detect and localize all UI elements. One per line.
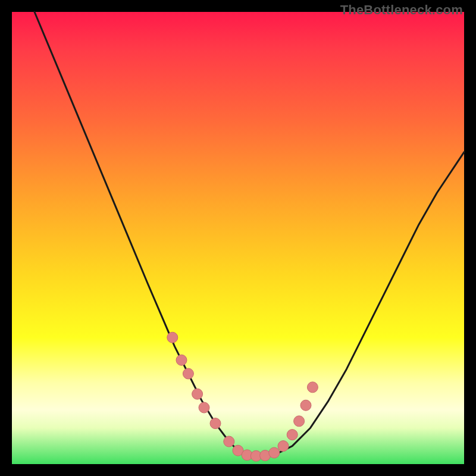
marker-point [300, 400, 311, 411]
marker-point [192, 389, 203, 399]
marker-point [183, 368, 193, 379]
marker-point [278, 441, 289, 452]
marker-point [287, 430, 298, 440]
marker-point [176, 355, 187, 365]
marker-point [269, 447, 280, 458]
chart-container: TheBottleneck.com [0, 0, 476, 476]
marker-point [199, 402, 209, 413]
marker-point [167, 332, 178, 343]
bottleneck-curve [35, 12, 464, 458]
marker-point [307, 382, 318, 393]
marker-point [210, 418, 221, 429]
curve-layer [12, 12, 464, 464]
plot-area [12, 12, 464, 464]
marker-point [294, 416, 305, 427]
marker-point [224, 436, 234, 447]
watermark-text: TheBottleneck.com [340, 2, 463, 18]
